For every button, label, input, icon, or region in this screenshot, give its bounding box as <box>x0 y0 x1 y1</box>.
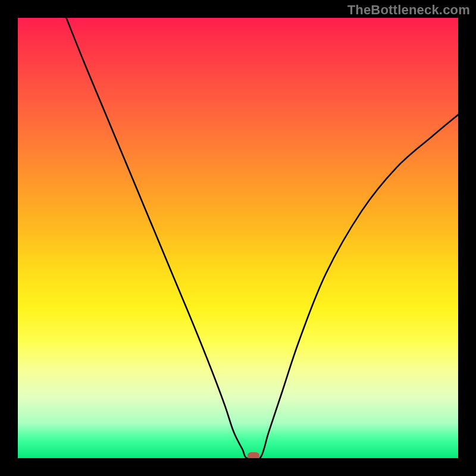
chart-stage: TheBottleneck.com <box>0 0 476 476</box>
curve-layer <box>18 18 458 458</box>
min-marker <box>248 452 259 458</box>
curve-path <box>66 18 458 458</box>
plot-area <box>18 18 458 458</box>
watermark-text: TheBottleneck.com <box>347 2 470 18</box>
